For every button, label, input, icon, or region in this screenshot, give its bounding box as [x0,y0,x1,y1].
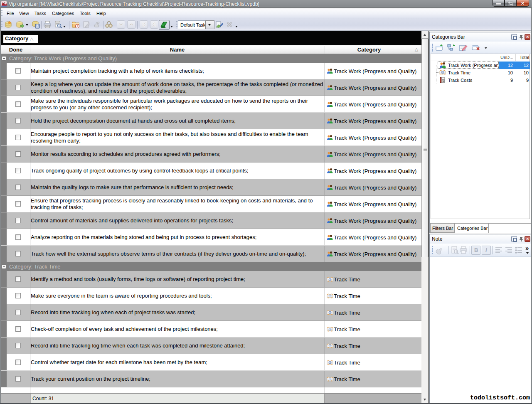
svg-text:$: $ [443,79,444,82]
